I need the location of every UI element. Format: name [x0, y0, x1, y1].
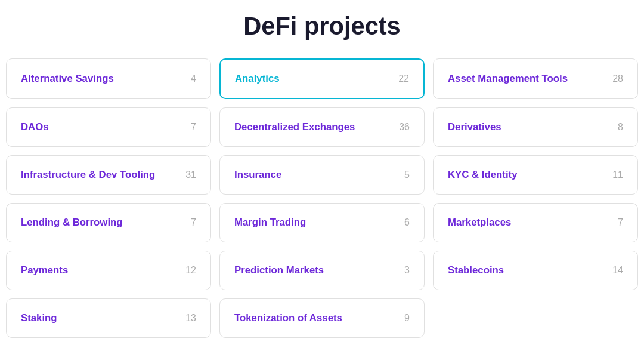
category-count: 7 [191, 217, 196, 228]
category-count: 22 [398, 73, 409, 84]
category-count: 11 [612, 170, 623, 180]
category-label: Decentralized Exchanges [234, 121, 355, 133]
category-label: Analytics [235, 73, 280, 85]
category-label: Payments [21, 264, 68, 276]
category-card-alternative-savings[interactable]: Alternative Savings4 [6, 58, 211, 99]
category-card-insurance[interactable]: Insurance5 [219, 155, 425, 195]
category-label: Infrastructure & Dev Tooling [21, 169, 155, 181]
categories-grid: Alternative Savings4Analytics22Asset Man… [6, 58, 638, 338]
category-count: 14 [612, 265, 623, 276]
category-count: 9 [404, 313, 410, 324]
category-label: Lending & Borrowing [21, 217, 123, 229]
category-label: Margin Trading [234, 217, 306, 229]
category-count: 6 [404, 217, 410, 228]
category-label: Insurance [234, 169, 281, 181]
category-card-derivatives[interactable]: Derivatives8 [433, 107, 638, 147]
category-label: Prediction Markets [234, 264, 324, 276]
category-count: 12 [185, 265, 196, 276]
category-card-analytics[interactable]: Analytics22 [219, 58, 425, 99]
category-card-margin-trading[interactable]: Margin Trading6 [219, 203, 425, 242]
category-label: Stablecoins [448, 264, 504, 276]
category-count: 5 [404, 170, 410, 180]
category-label: Tokenization of Assets [234, 312, 342, 324]
category-card-marketplaces[interactable]: Marketplaces7 [433, 203, 638, 242]
category-card-tokenization-of-assets[interactable]: Tokenization of Assets9 [219, 298, 425, 338]
category-count: 4 [191, 73, 196, 84]
category-card-stablecoins[interactable]: Stablecoins14 [433, 251, 638, 290]
category-card-kyc-identity[interactable]: KYC & Identity11 [433, 155, 638, 195]
category-card-payments[interactable]: Payments12 [6, 251, 211, 290]
category-label: Staking [21, 312, 57, 324]
category-count: 31 [185, 170, 196, 180]
category-count: 28 [612, 73, 623, 84]
category-count: 7 [191, 122, 196, 133]
empty-cell [433, 298, 638, 338]
category-label: KYC & Identity [448, 169, 518, 181]
category-card-prediction-markets[interactable]: Prediction Markets3 [219, 251, 425, 290]
category-count: 7 [618, 217, 623, 228]
category-card-daos[interactable]: DAOs7 [6, 107, 211, 147]
category-count: 3 [404, 265, 410, 276]
category-label: Alternative Savings [21, 73, 114, 85]
category-card-lending-borrowing[interactable]: Lending & Borrowing7 [6, 203, 211, 242]
category-label: DAOs [21, 121, 49, 133]
category-card-infrastructure-dev-tooling[interactable]: Infrastructure & Dev Tooling31 [6, 155, 211, 195]
category-count: 13 [185, 313, 196, 324]
category-label: Marketplaces [448, 217, 511, 229]
category-count: 36 [399, 122, 410, 133]
page-title: DeFi projects [6, 12, 638, 41]
category-label: Asset Management Tools [448, 73, 568, 85]
category-card-asset-management-tools[interactable]: Asset Management Tools28 [433, 58, 638, 99]
category-label: Derivatives [448, 121, 501, 133]
category-card-decentralized-exchanges[interactable]: Decentralized Exchanges36 [219, 107, 425, 147]
category-card-staking[interactable]: Staking13 [6, 298, 211, 338]
category-count: 8 [618, 122, 623, 133]
